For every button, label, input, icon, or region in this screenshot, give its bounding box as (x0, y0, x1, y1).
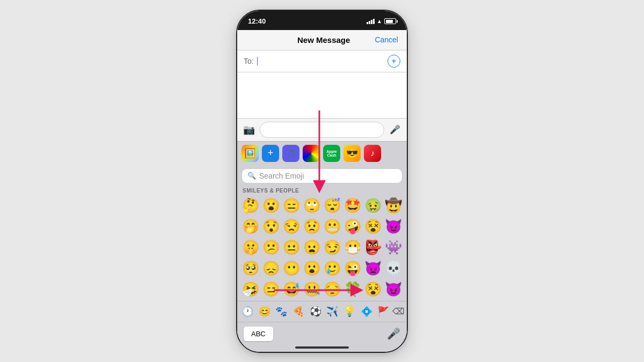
list-item[interactable]: 👾 (384, 238, 404, 258)
signal-bars (367, 19, 375, 24)
cancel-button[interactable]: Cancel (375, 35, 398, 44)
list-item[interactable]: 🥲 (323, 258, 342, 279)
list-item[interactable]: 😜 (343, 258, 363, 279)
colorful-app-icon[interactable] (303, 145, 320, 162)
emoji-keyboard: 🔍 Search Emoji SMILEYS & PEOPLE 🤔 😮 😑 🙄 … (237, 165, 407, 344)
list-item[interactable]: 🙄 (302, 196, 321, 216)
list-item[interactable]: 😞 (261, 258, 281, 279)
status-bar: 12:40 ▲ (237, 11, 407, 30)
add-recipient-button[interactable]: + (387, 55, 400, 68)
emoji-grid: 🤔 😮 😑 🙄 😴 🤩 🤢 🤠 🤭 😯 😒 😟 😬 🤪 😵 😈 (237, 195, 407, 301)
activity-icon[interactable]: ⚽ (308, 305, 324, 319)
list-item[interactable]: 🤧 (240, 279, 260, 300)
plus-app-icon[interactable]: + (262, 145, 279, 162)
list-item[interactable]: 😦 (302, 238, 321, 258)
search-placeholder: Search Emoji (259, 172, 304, 180)
list-item[interactable]: 😔 (323, 279, 342, 300)
list-item[interactable]: 😈 (384, 279, 404, 300)
list-item[interactable]: 😒 (281, 217, 301, 237)
battery-icon (384, 18, 396, 24)
list-item[interactable]: 🤭 (240, 217, 260, 237)
header-title: New Message (297, 35, 350, 45)
list-item[interactable]: 🤐 (302, 279, 321, 300)
to-field[interactable]: To: + (237, 50, 407, 72)
app-row: 🖼️ + 🎵 AppleCash 😎 ♪ (237, 141, 407, 165)
memoji-app-icon[interactable]: 😎 (343, 145, 361, 162)
list-item[interactable]: 🤢 (363, 196, 383, 216)
list-item[interactable]: 😐 (281, 238, 301, 258)
flags-icon[interactable]: 🚩 (375, 305, 391, 319)
messages-header: New Message Cancel (237, 30, 407, 50)
animals-icon[interactable]: 🐾 (273, 305, 289, 319)
objects-icon[interactable]: 💡 (341, 305, 357, 319)
list-item[interactable]: 😅 (281, 279, 301, 300)
status-time: 12:40 (248, 17, 266, 25)
list-item[interactable]: 😏 (323, 238, 342, 258)
list-item[interactable]: 😮 (261, 196, 281, 216)
list-item[interactable]: 🤪 (343, 217, 363, 237)
smileys-icon[interactable]: 😊 (257, 305, 273, 319)
list-item[interactable]: 💀 (384, 258, 404, 279)
input-toolbar: 📷 🎤 (237, 118, 407, 141)
list-item[interactable]: 😈 (384, 217, 404, 237)
emoji-search-bar[interactable]: 🔍 Search Emoji (241, 168, 402, 183)
food-icon[interactable]: 🍕 (290, 305, 306, 319)
list-item[interactable]: 🍀 (343, 279, 363, 300)
camera-icon[interactable]: 📷 (241, 122, 257, 137)
bottom-row: ABC 🎤 (237, 322, 407, 344)
list-item[interactable]: 😵 (363, 217, 383, 237)
phone-frame: 12:40 ▲ New Message (236, 10, 408, 353)
abc-button[interactable]: ABC (244, 327, 273, 341)
list-item[interactable]: 😶 (281, 258, 301, 279)
recent-icon[interactable]: 🕐 (239, 305, 255, 319)
status-icons: ▲ (367, 18, 396, 24)
list-item[interactable]: 😬 (323, 217, 342, 237)
emoji-category-label: SMILEYS & PEOPLE (237, 187, 407, 195)
symbols-icon[interactable]: 💠 (358, 305, 375, 319)
list-item[interactable]: 😑 (281, 196, 301, 216)
message-area[interactable] (237, 72, 407, 118)
message-input[interactable] (260, 122, 384, 138)
photos-app-icon[interactable]: 🖼️ (241, 145, 259, 162)
list-item[interactable]: 😷 (343, 238, 363, 258)
list-item[interactable]: 🥺 (240, 258, 260, 279)
list-item[interactable]: 🤔 (240, 196, 260, 216)
list-item[interactable]: 👺 (363, 238, 383, 258)
cash-app-icon[interactable]: AppleCash (323, 145, 340, 162)
list-item[interactable]: 😮 (302, 258, 321, 279)
home-bar (295, 346, 349, 349)
list-item[interactable]: 😑 (261, 279, 281, 300)
emoji-category-bar: 🕐 😊 🐾 🍕 ⚽ ✈️ 💡 💠 🚩 ⌫ (237, 301, 407, 322)
mic-icon[interactable]: 🎤 (387, 122, 402, 137)
to-label: To: (244, 57, 254, 65)
soundwave-app-icon[interactable]: 🎵 (282, 145, 299, 162)
wifi-icon: ▲ (377, 18, 382, 24)
list-item[interactable]: 😵 (363, 279, 383, 300)
home-indicator (237, 344, 407, 352)
delete-key[interactable]: ⌫ (392, 306, 405, 316)
travel-icon[interactable]: ✈️ (324, 305, 340, 319)
music-app-icon[interactable]: ♪ (364, 145, 381, 162)
cursor (257, 57, 258, 65)
list-item[interactable]: 🤫 (240, 238, 260, 258)
mic-button[interactable]: 🎤 (387, 327, 400, 340)
list-item[interactable]: 😟 (302, 217, 321, 237)
list-item[interactable]: 😴 (323, 196, 342, 216)
list-item[interactable]: 😕 (261, 238, 281, 258)
list-item[interactable]: 👿 (363, 258, 383, 279)
list-item[interactable]: 🤠 (384, 196, 404, 216)
list-item[interactable]: 🤩 (343, 196, 363, 216)
search-icon: 🔍 (247, 172, 256, 180)
list-item[interactable]: 😯 (261, 217, 281, 237)
